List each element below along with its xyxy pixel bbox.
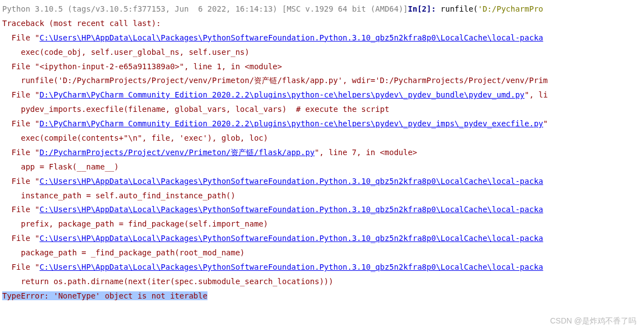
watermark: CSDN @是炸鸡不香了吗 <box>550 314 636 328</box>
traceback-code-line: app = Flask(__name__) <box>2 160 644 174</box>
traceback-file-line: File "C:\Users\HP\AppData\Local\Packages… <box>2 31 644 45</box>
file-suffix: ", line 7, in <module> <box>315 148 417 157</box>
file-prefix: File " <box>2 177 39 186</box>
traceback-code-line: return os.path.dirname(next(iter(spec.su… <box>2 275 644 289</box>
traceback-file-line: File "D:\PyCharm\PyCharm Community Editi… <box>2 88 644 102</box>
file-prefix: File " <box>2 90 39 99</box>
file-path-link[interactable]: D:/PycharmProjects/Project/venv/Primeton… <box>39 148 314 157</box>
file-path-link[interactable]: D:\PyCharm\PyCharm Community Edition 202… <box>39 119 543 128</box>
traceback-file-line: File "C:\Users\HP\AppData\Local\Packages… <box>2 174 644 189</box>
file-path-link[interactable]: C:\Users\HP\AppData\Local\Packages\Pytho… <box>39 33 543 42</box>
file-path-link[interactable]: C:\Users\HP\AppData\Local\Packages\Pytho… <box>39 205 543 214</box>
traceback-code-line: exec(code_obj, self.user_global_ns, self… <box>2 45 644 60</box>
traceback-code-line: pydev_imports.execfile(filename, global_… <box>2 102 644 117</box>
error-line: TypeError: 'NoneType' object is not iter… <box>2 289 644 304</box>
python-version: Python 3.10.5 (tags/v3.10.5:f377153, Jun… <box>2 4 408 13</box>
traceback-file-line: File "C:\Users\HP\AppData\Local\Packages… <box>2 232 644 246</box>
traceback-code-line: runfile('D:/PycharmProjects/Project/venv… <box>2 74 644 88</box>
runfile-call: runfile( <box>440 4 477 13</box>
traceback-header: Traceback (most recent call last): <box>2 17 644 31</box>
file-path-link[interactable]: C:\Users\HP\AppData\Local\Packages\Pytho… <box>39 263 543 271</box>
file-prefix: File " <box>2 263 39 271</box>
traceback-code-line: package_path = _find_package_path(root_m… <box>2 246 644 260</box>
traceback-code-line: instance_path = self.auto_find_instance_… <box>2 189 644 203</box>
traceback-file-line: File "<ipython-input-2-e65a911389a0>", l… <box>2 60 644 74</box>
console-header-line: Python 3.10.5 (tags/v3.10.5:f377153, Jun… <box>2 2 644 17</box>
runfile-arg: 'D:/PycharmPro <box>478 4 543 13</box>
file-prefix: File " <box>2 148 39 157</box>
traceback-code-line: prefix, package_path = find_package(self… <box>2 217 644 232</box>
file-path-link[interactable]: C:\Users\HP\AppData\Local\Packages\Pytho… <box>39 177 543 186</box>
file-suffix: " <box>543 119 548 128</box>
traceback-file-line: File "C:\Users\HP\AppData\Local\Packages… <box>2 203 644 217</box>
file-prefix: File " <box>2 234 39 243</box>
traceback-file-line: File "D:/PycharmProjects/Project/venv/Pr… <box>2 146 644 160</box>
traceback-file-line: File "D:\PyCharm\PyCharm Community Editi… <box>2 117 644 131</box>
error-text: TypeError: 'NoneType' object is not iter… <box>2 291 207 300</box>
traceback-code-line: exec(compile(contents+"\n", file, 'exec'… <box>2 131 644 146</box>
file-path-link[interactable]: D:\PyCharm\PyCharm Community Edition 202… <box>39 90 524 99</box>
file-suffix: ", li <box>524 90 548 99</box>
file-path-link[interactable]: C:\Users\HP\AppData\Local\Packages\Pytho… <box>39 234 543 243</box>
prompt-label: In[2]: <box>408 4 440 13</box>
traceback-frames: File "C:\Users\HP\AppData\Local\Packages… <box>2 31 644 289</box>
file-prefix: File " <box>2 119 39 128</box>
traceback-file-line: File "C:\Users\HP\AppData\Local\Packages… <box>2 260 644 275</box>
file-prefix: File " <box>2 33 39 42</box>
file-prefix: File " <box>2 205 39 214</box>
file-prefix: File "<ipython-input-2-e65a911389a0>", l… <box>2 62 282 71</box>
